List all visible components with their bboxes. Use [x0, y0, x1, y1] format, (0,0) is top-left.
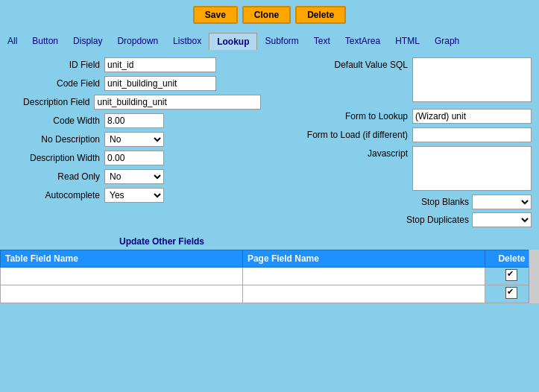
code-width-label: Code Width — [7, 116, 104, 126]
code-width-row: Code Width — [7, 113, 261, 128]
no-description-label: No Description — [7, 134, 104, 145]
description-field-row: Description Field — [7, 95, 261, 110]
javascript-input[interactable] — [412, 146, 532, 191]
stop-duplicates-row: Stop Duplicates Yes No — [406, 212, 532, 227]
id-field-input[interactable] — [104, 57, 216, 72]
default-value-sql-row: Default Value SQL — [334, 57, 532, 102]
description-field-label: Description Field — [7, 97, 94, 107]
stop-blanks-select[interactable]: Yes No — [472, 195, 532, 209]
update-other-fields-section: Update Other Fields Table Field Name Pag… — [0, 236, 539, 303]
tab-bar: All Button Display Dropdown Listbox Look… — [0, 30, 539, 50]
code-field-input[interactable] — [104, 76, 216, 91]
id-field-row: ID Field — [7, 57, 261, 72]
page-field-cell — [242, 268, 485, 285]
main-content: ID Field Code Field Description Field Co… — [0, 50, 539, 230]
tab-dropdown[interactable]: Dropdown — [110, 33, 166, 50]
page-field-cell — [242, 285, 485, 303]
tab-text[interactable]: Text — [306, 33, 338, 50]
description-width-label: Description Width — [7, 153, 104, 163]
table-row — [1, 285, 539, 303]
id-field-label: ID Field — [7, 60, 104, 70]
code-field-label: Code Field — [7, 78, 104, 89]
update-other-fields-table: Table Field Name Page Field Name Delete — [0, 250, 539, 303]
autocomplete-select[interactable]: Yes No — [104, 188, 164, 203]
form-to-lookup-row: Form to Lookup — [345, 109, 532, 124]
default-value-sql-label: Default Value SQL — [334, 57, 412, 72]
page-field-input-1[interactable] — [246, 271, 482, 282]
table-field-input-2[interactable] — [4, 289, 239, 300]
default-value-sql-input[interactable] — [412, 57, 532, 102]
description-width-input[interactable] — [104, 151, 164, 165]
right-panel: Default Value SQL Form to Lookup Form to… — [268, 57, 532, 230]
tab-listbox[interactable]: Listbox — [166, 33, 209, 50]
delete-button[interactable]: Delete — [295, 6, 346, 24]
update-other-fields-title: Update Other Fields — [0, 236, 539, 247]
scrollbar[interactable] — [529, 250, 539, 303]
stop-duplicates-select[interactable]: Yes No — [472, 212, 532, 227]
tab-subform[interactable]: Subform — [257, 33, 306, 50]
read-only-row: Read Only No Yes — [7, 169, 261, 184]
read-only-select[interactable]: No Yes — [104, 169, 164, 184]
description-field-input[interactable] — [94, 95, 261, 110]
tab-graph[interactable]: Graph — [427, 33, 467, 50]
table-field-cell — [1, 268, 243, 285]
page-field-input-2[interactable] — [246, 289, 482, 300]
autocomplete-row: Autocomplete Yes No — [7, 188, 261, 203]
stop-duplicates-label: Stop Duplicates — [406, 215, 472, 225]
code-width-input[interactable] — [104, 113, 164, 128]
form-to-lookup-input[interactable] — [412, 109, 532, 124]
table-row — [1, 268, 539, 285]
description-width-row: Description Width — [7, 151, 261, 165]
table-field-input-1[interactable] — [4, 271, 239, 282]
tab-lookup[interactable]: Lookup — [209, 33, 257, 50]
clone-button[interactable]: Clone — [242, 6, 291, 24]
delete-checkbox-1[interactable] — [505, 269, 517, 281]
table-field-cell — [1, 285, 243, 303]
save-button[interactable]: Save — [193, 6, 238, 24]
javascript-label: Javascript — [368, 146, 412, 161]
right-panel-inner: Default Value SQL Form to Lookup Form to… — [268, 57, 532, 230]
tab-textarea[interactable]: TextArea — [338, 33, 388, 50]
toolbar: Save Clone Delete — [0, 0, 539, 30]
left-panel: ID Field Code Field Description Field Co… — [7, 57, 261, 230]
tab-all[interactable]: All — [0, 33, 25, 50]
no-description-select[interactable]: No Yes — [104, 132, 164, 147]
delete-checkbox-2[interactable] — [505, 287, 517, 299]
form-to-load-row: Form to Load (if different) — [307, 127, 532, 142]
stop-blanks-row: Stop Blanks Yes No — [421, 195, 532, 209]
autocomplete-label: Autocomplete — [7, 190, 104, 200]
javascript-row: Javascript — [368, 146, 532, 191]
form-to-load-label: Form to Load (if different) — [307, 127, 412, 142]
col-table-field-name: Table Field Name — [1, 250, 243, 268]
read-only-label: Read Only — [7, 171, 104, 182]
no-description-row: No Description No Yes — [7, 132, 261, 147]
tab-button[interactable]: Button — [25, 33, 66, 50]
tab-html[interactable]: HTML — [388, 33, 427, 50]
form-to-load-input[interactable] — [412, 127, 532, 142]
tab-display[interactable]: Display — [66, 33, 110, 50]
stop-blanks-label: Stop Blanks — [421, 197, 472, 207]
code-field-row: Code Field — [7, 76, 261, 91]
col-page-field-name: Page Field Name — [242, 250, 485, 268]
form-to-lookup-label: Form to Lookup — [345, 109, 412, 124]
